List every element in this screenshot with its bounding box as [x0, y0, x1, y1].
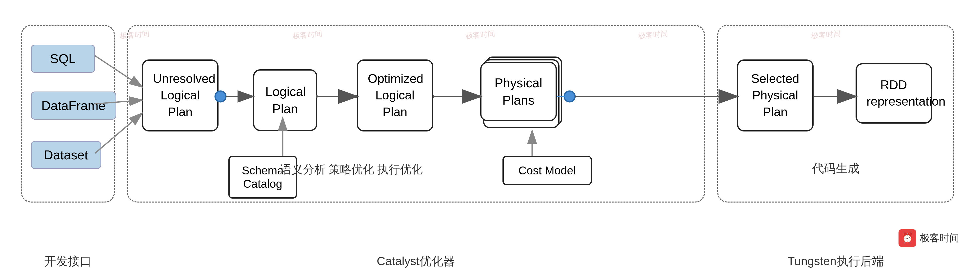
- tungsten-sublabel: 代码生成: [717, 160, 955, 176]
- selected-physical-plan-box: Selected Physical Plan: [737, 59, 814, 132]
- catalyst-sublabel: 语义分析 策略优化 执行优化: [280, 162, 423, 177]
- sql-card: SQL: [31, 44, 95, 73]
- logo-icon: ⏰: [899, 229, 916, 247]
- optimized-logical-plan-box: Optimized Logical Plan: [357, 59, 433, 132]
- cost-model-box: Cost Model: [503, 156, 592, 185]
- logo-badge: ⏰ 极客时间: [899, 229, 959, 247]
- input-section-label: 开发接口: [21, 254, 115, 269]
- logical-plan-box: Logical Plan: [253, 69, 317, 131]
- logo-text: 极客时间: [920, 231, 959, 245]
- catalyst-label: Catalyst优化器: [127, 254, 705, 269]
- dataframe-card: DataFrame: [31, 92, 116, 120]
- dataset-card: Dataset: [31, 141, 101, 169]
- unresolved-logical-plan-box: Unresolved Logical Plan: [142, 59, 218, 132]
- tungsten-label: Tungsten执行后端: [717, 254, 955, 269]
- rdd-representation-box: RDD representation: [856, 63, 932, 124]
- physical-plans-box: Physical Plans: [480, 62, 557, 121]
